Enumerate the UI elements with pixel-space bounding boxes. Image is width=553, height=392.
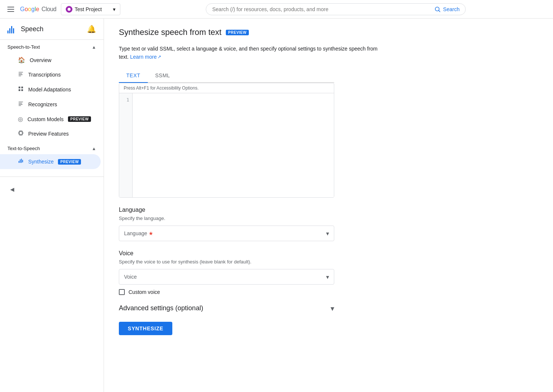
sidebar-header: Speech 🔔 (0, 19, 104, 40)
tab-ssml[interactable]: SSML (148, 69, 178, 83)
recognizers-icon (18, 101, 24, 108)
svg-rect-13 (19, 106, 21, 106)
sidebar-app-title: Speech (21, 25, 43, 33)
svg-rect-5 (19, 76, 21, 76)
speech-to-text-collapse[interactable]: ▲ (92, 45, 96, 50)
svg-rect-6 (19, 87, 20, 88)
svg-rect-8 (19, 89, 20, 91)
search-bar: Search (206, 3, 466, 15)
text-to-speech-label: Text-to-Speech (7, 146, 40, 151)
layout: Speech 🔔 Speech-to-Text ▲ 🏠 Overview Tra… (0, 19, 553, 392)
speech-to-text-label: Speech-to-Text (7, 44, 40, 50)
svg-line-1 (439, 10, 440, 12)
svg-rect-7 (21, 87, 23, 88)
advanced-settings-title: Advanced settings (optional) (119, 304, 203, 312)
sidebar-item-preview-features[interactable]: Preview Features (0, 126, 101, 141)
svg-rect-17 (19, 161, 19, 163)
voice-title: Voice (119, 250, 334, 257)
sidebar-item-synthesize[interactable]: Synthesize PREVIEW (0, 154, 101, 169)
custom-voice-checkbox[interactable] (119, 289, 125, 295)
advanced-settings-toggle[interactable]: Advanced settings (optional) ▾ (119, 304, 334, 313)
top-nav: Google Cloud Test Project ▾ Search (0, 0, 553, 19)
svg-point-16 (18, 130, 23, 136)
preview-features-icon (18, 130, 24, 137)
page-header: Synthesize speech from text PREVIEW (119, 27, 538, 37)
language-title: Language (119, 207, 334, 213)
editor-body: 1 (119, 93, 334, 197)
sidebar-item-transcriptions[interactable]: Transcriptions (0, 67, 101, 82)
bell-icon[interactable]: 🔔 (87, 25, 96, 33)
external-link-icon: ↗ (157, 54, 161, 61)
svg-rect-4 (19, 74, 23, 75)
svg-rect-19 (21, 159, 22, 163)
synthesize-preview-badge: PREVIEW (58, 159, 81, 165)
svg-rect-10 (19, 102, 23, 102)
line-numbers: 1 (119, 93, 133, 197)
svg-rect-2 (19, 72, 23, 72)
learn-more-link[interactable]: Learn more ↗ (130, 53, 161, 61)
sidebar-item-model-adaptations[interactable]: Model Adaptations (0, 82, 101, 97)
accessibility-hint: Press Alt+F1 for Accessibility Options. (119, 83, 334, 93)
svg-rect-3 (19, 73, 22, 74)
search-button[interactable]: Search (434, 6, 459, 13)
custom-voice-label[interactable]: Custom voice (129, 289, 160, 295)
chevron-down-icon: ▾ (331, 304, 334, 313)
model-adaptations-icon (18, 86, 24, 93)
search-icon (434, 6, 441, 13)
page-description: Type text or valid SSML, select a langua… (119, 45, 379, 61)
chevron-down-icon: ▾ (113, 6, 116, 12)
speech-waveform-icon (7, 25, 16, 33)
svg-rect-12 (19, 104, 23, 104)
language-select[interactable] (119, 226, 334, 241)
custom-models-icon: ◎ (18, 116, 23, 123)
language-section: Language Specify the language. ▾ Languag… (119, 207, 334, 241)
svg-rect-9 (21, 89, 23, 91)
svg-rect-18 (20, 159, 20, 163)
project-icon (66, 6, 72, 13)
sidebar: Speech 🔔 Speech-to-Text ▲ 🏠 Overview Tra… (0, 19, 104, 392)
voice-description: Specify the voice to use for synthesis (… (119, 259, 334, 265)
search-input[interactable] (212, 6, 431, 12)
hamburger-menu[interactable] (6, 5, 16, 13)
speech-to-text-section: Speech-to-Text ▲ (0, 40, 104, 53)
language-description: Specify the language. (119, 216, 334, 221)
project-name: Test Project (75, 6, 111, 12)
svg-rect-20 (22, 160, 23, 162)
sidebar-footer: ◄ (0, 176, 104, 203)
sidebar-collapse-button[interactable]: ◄ (4, 183, 99, 197)
sidebar-item-custom-models[interactable]: ◎ Custom Models PREVIEW (0, 112, 101, 126)
page-title: Synthesize speech from text (119, 27, 221, 37)
cloud-text: Cloud (42, 6, 56, 13)
voice-select[interactable] (119, 269, 334, 285)
project-selector[interactable]: Test Project ▾ (61, 3, 120, 15)
text-to-speech-collapse[interactable]: ▲ (92, 146, 96, 151)
custom-models-preview-badge: PREVIEW (68, 116, 91, 122)
voice-select-wrapper: ▾ Voice (119, 269, 334, 285)
page-title-preview-badge: PREVIEW (226, 30, 249, 35)
synthesize-button[interactable]: SYNTHESIZE (119, 322, 172, 335)
text-editor: Press Alt+F1 for Accessibility Options. … (119, 83, 334, 198)
sidebar-item-overview[interactable]: 🏠 Overview (0, 53, 101, 67)
google-cloud-logo[interactable]: Google Cloud (20, 6, 56, 13)
home-icon: 🏠 (18, 56, 25, 64)
voice-section: Voice Specify the voice to use for synth… (119, 250, 334, 295)
text-input[interactable] (133, 93, 334, 197)
main-content: Synthesize speech from text PREVIEW Type… (104, 19, 553, 392)
synthesize-icon (18, 158, 24, 165)
tabs: TEXT SSML (119, 69, 334, 83)
tab-text[interactable]: TEXT (119, 69, 148, 83)
svg-rect-11 (19, 103, 22, 103)
sidebar-item-recognizers[interactable]: Recognizers (0, 97, 101, 112)
language-select-wrapper: ▾ Language ★ (119, 226, 334, 241)
transcriptions-icon (18, 71, 24, 78)
custom-voice-row: Custom voice (119, 289, 334, 295)
text-to-speech-section: Text-to-Speech ▲ (0, 141, 104, 154)
